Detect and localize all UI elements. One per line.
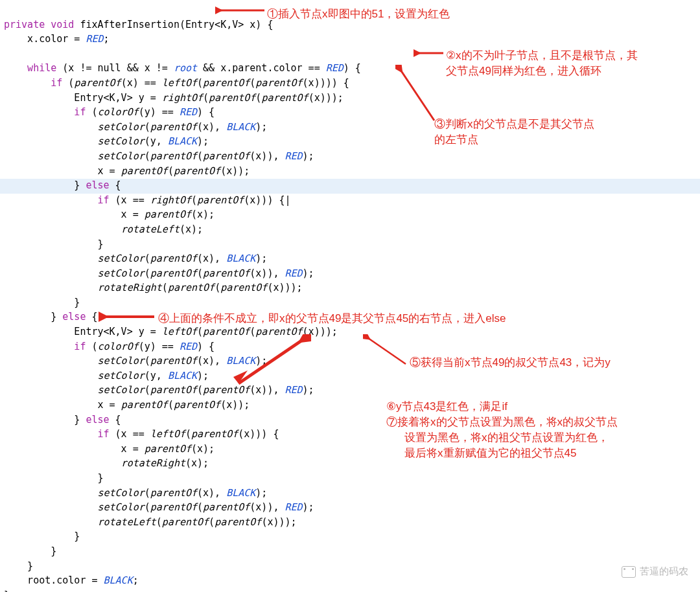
annotation-7c: 最后将x重新赋值为它的祖父节点45: [404, 446, 576, 461]
annotation-7a: ⑦接着将x的父节点设置为黑色，将x的叔父节点: [386, 415, 618, 430]
wechat-icon: [622, 566, 636, 578]
annotation-4: ④上面的条件不成立，即x的父节点49是其父节点45的右节点，进入else: [158, 311, 506, 326]
annotation-3b: 的左节点: [434, 132, 478, 148]
annotation-2a: ②x的不为叶子节点，且不是根节点，其: [446, 48, 638, 63]
watermark-text: 苦逼的码农: [640, 565, 688, 578]
annotation-2b: 父节点49同样为红色，进入循环: [446, 63, 601, 79]
watermark: 苦逼的码农: [622, 565, 688, 578]
code-block: private void fixAfterInsertion(Entry<K,V…: [0, 0, 700, 592]
annotation-6: ⑥y节点43是红色，满足if: [386, 399, 508, 415]
annotation-7b: 设置为黑色，将x的祖父节点设置为红色，: [404, 430, 609, 446]
annotation-5: ⑤获得当前x节点49的叔父节点43，记为y: [410, 355, 611, 370]
annotation-1: ①插入节点x即图中的51，设置为红色: [267, 6, 450, 22]
annotation-3a: ③判断x的父节点是不是其父节点: [434, 117, 594, 132]
